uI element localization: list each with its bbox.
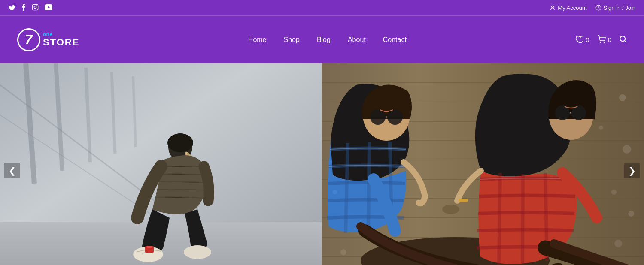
- top-bar-right: My Account Sign in / Join: [550, 5, 635, 11]
- svg-point-54: [623, 145, 631, 154]
- prev-arrow-icon: ❮: [9, 166, 16, 176]
- svg-point-43: [370, 109, 386, 125]
- svg-rect-22: [147, 246, 152, 248]
- svg-point-37: [442, 205, 459, 214]
- cart-icon: [597, 35, 606, 44]
- svg-point-55: [611, 190, 617, 195]
- search-icon: [619, 35, 627, 44]
- main-nav: one STORE Home Shop Blog About Contact 0: [0, 15, 644, 63]
- nav-actions: 0 0: [575, 35, 627, 44]
- svg-rect-0: [32, 4, 38, 10]
- logo-circle: [17, 28, 40, 51]
- svg-point-57: [614, 240, 622, 247]
- nav-links: Home Shop Blog About Contact: [248, 36, 407, 44]
- carousel-prev-button[interactable]: ❮: [4, 163, 20, 178]
- svg-point-56: [628, 211, 634, 217]
- instagram-icon[interactable]: [32, 4, 39, 12]
- svg-line-38: [346, 143, 348, 233]
- youtube-icon[interactable]: [45, 4, 52, 12]
- nav-home[interactable]: Home: [248, 36, 267, 44]
- svg-point-59: [340, 249, 346, 255]
- svg-line-39: [368, 142, 369, 232]
- myaccount-label: My Account: [558, 5, 586, 11]
- logo-store: STORE: [43, 37, 79, 48]
- search-button[interactable]: [619, 35, 627, 44]
- social-icons: [9, 4, 52, 12]
- hero-left-panel: [0, 63, 322, 265]
- svg-point-44: [387, 109, 403, 125]
- nav-blog[interactable]: Blog: [317, 36, 331, 44]
- cart-count: 0: [608, 36, 611, 43]
- svg-point-3: [552, 6, 554, 8]
- nav-contact[interactable]: Contact: [383, 36, 407, 44]
- my-account-link[interactable]: My Account: [550, 5, 586, 11]
- next-arrow-icon: ❯: [629, 166, 636, 176]
- hero-left-image: [0, 63, 322, 265]
- svg-point-52: [619, 94, 626, 101]
- logo-text: one STORE: [43, 32, 79, 48]
- svg-point-58: [333, 190, 337, 194]
- logo-one: one: [43, 32, 79, 37]
- svg-point-20: [184, 245, 211, 259]
- hero-section: ❮ ❯: [0, 63, 644, 265]
- wishlist-button[interactable]: 0: [575, 35, 589, 44]
- carousel-next-button[interactable]: ❯: [624, 163, 640, 178]
- nav-shop[interactable]: Shop: [284, 36, 300, 44]
- hero-right-panel: [322, 63, 644, 265]
- twitter-icon[interactable]: [9, 4, 15, 12]
- top-bar: My Account Sign in / Join: [0, 0, 644, 15]
- signin-label: Sign in / Join: [604, 5, 635, 11]
- wishlist-count: 0: [586, 36, 589, 43]
- hero-right-image: [322, 63, 644, 265]
- svg-point-2: [36, 5, 37, 6]
- heart-icon: [575, 35, 583, 44]
- svg-point-6: [604, 42, 605, 43]
- svg-line-45: [499, 173, 500, 265]
- logo[interactable]: one STORE: [17, 28, 79, 51]
- svg-point-18: [167, 133, 193, 152]
- signin-link[interactable]: Sign in / Join: [595, 5, 635, 11]
- svg-line-46: [522, 174, 523, 264]
- svg-point-53: [599, 126, 603, 130]
- nav-about[interactable]: About: [348, 36, 366, 44]
- svg-rect-48: [459, 199, 468, 202]
- svg-point-1: [34, 6, 36, 8]
- svg-point-5: [600, 42, 601, 43]
- facebook-icon[interactable]: [21, 4, 26, 12]
- svg-point-7: [620, 36, 625, 41]
- cart-button[interactable]: 0: [597, 35, 611, 44]
